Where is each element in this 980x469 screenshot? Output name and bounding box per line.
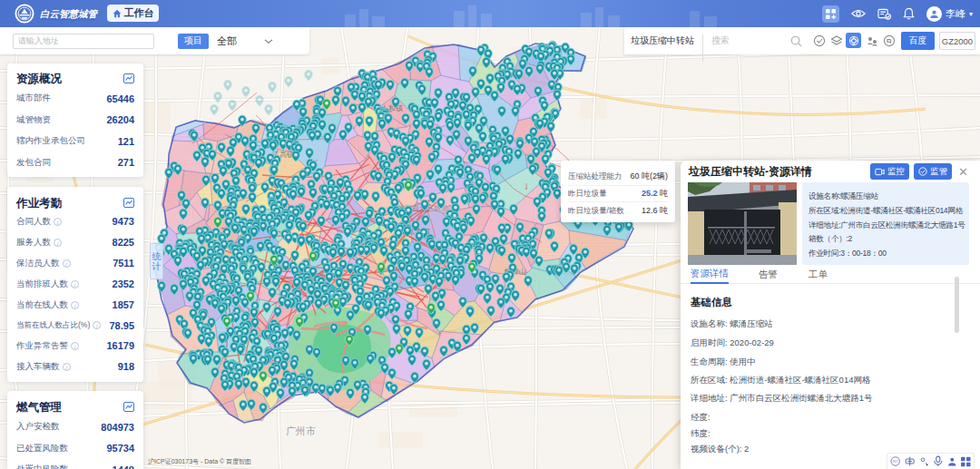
svg-text:PLT: PLT xyxy=(893,460,898,464)
svg-text:广州市: 广州市 xyxy=(286,425,316,436)
